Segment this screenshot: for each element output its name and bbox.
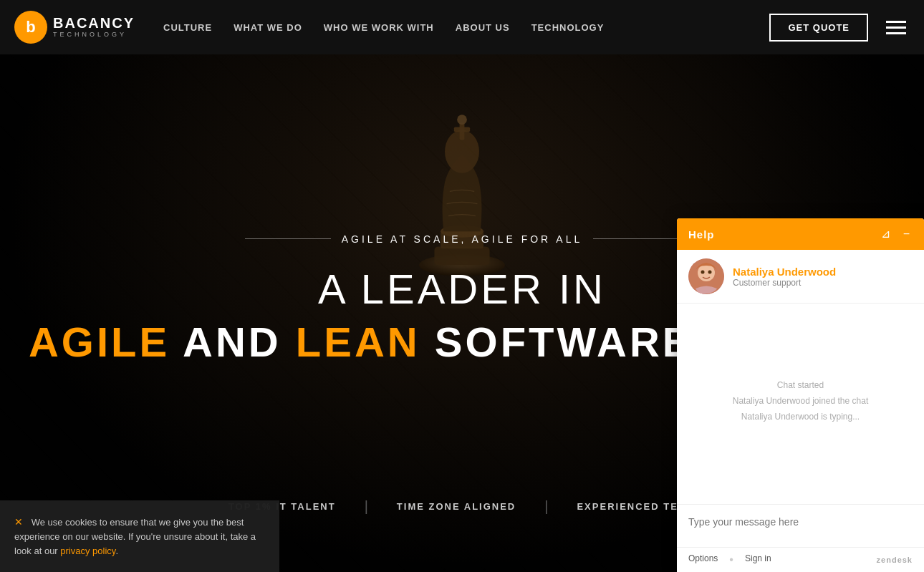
chat-options-link[interactable]: Options [688, 553, 718, 566]
agent-info: Nataliya Underwood Customer support [733, 266, 836, 288]
tagline-line-left [245, 238, 331, 239]
hamburger-line-2 [886, 26, 906, 29]
hero-word-agile: AGILE [29, 319, 170, 365]
feature-2: TIME ZONE ALIGNED [397, 501, 516, 512]
chat-sep: • [729, 553, 733, 566]
site-header: b BACANCY TECHNOLOGY CULTURE WHAT WE DO … [0, 0, 924, 54]
nav-item-technology[interactable]: TECHNOLOGY [531, 22, 605, 33]
chat-title: Help [688, 228, 715, 241]
chat-widget: Help ⊿ − Nataliya Underwood Customer sup… [677, 218, 924, 572]
chat-event-2: Nataliya Underwood joined the chat [733, 396, 868, 406]
hero-word-and: AND [170, 319, 296, 365]
agent-avatar-svg [688, 258, 724, 294]
chat-header: Help ⊿ − [677, 218, 924, 250]
chat-bottom-bar: Options • Sign in zendesk [677, 547, 924, 572]
chat-event-1: Chat started [777, 380, 824, 390]
nav-item-what-we-do[interactable]: WHAT WE DO [234, 22, 302, 33]
chat-agent-bar: Nataliya Underwood Customer support [677, 250, 924, 304]
brand-name: BACANCY [53, 16, 135, 30]
header-right: GET QUOTE [769, 14, 910, 42]
chat-expand-button[interactable]: ⊿ [878, 227, 893, 241]
hero-word-lean: LEAN [296, 319, 420, 365]
nav-item-culture[interactable]: CULTURE [163, 22, 212, 33]
cookie-close-button[interactable]: ✕ [14, 516, 23, 528]
logo-icon: b [14, 11, 47, 44]
chat-signin-link[interactable]: Sign in [745, 553, 771, 566]
chat-minimize-button[interactable]: − [900, 227, 913, 241]
brand-sub: TECHNOLOGY [53, 30, 135, 39]
nav-item-who-we-work-with[interactable]: WHO WE WORK WITH [324, 22, 434, 33]
hamburger-line-3 [886, 32, 906, 34]
cookie-banner: ✕ We use cookies to ensure that we give … [0, 500, 279, 572]
cookie-text-after: . [115, 546, 118, 556]
chat-message-input[interactable] [677, 505, 924, 544]
nav-item-about-us[interactable]: ABOUT US [456, 22, 510, 33]
chat-header-actions: ⊿ − [878, 227, 913, 241]
logo[interactable]: b BACANCY TECHNOLOGY [14, 11, 135, 44]
chat-options: Options • Sign in [688, 553, 771, 566]
cookie-privacy-link[interactable]: privacy policy [60, 546, 115, 556]
hamburger-line-1 [886, 21, 906, 23]
svg-point-10 [701, 271, 705, 274]
chat-body: Chat started Nataliya Underwood joined t… [677, 304, 924, 504]
cookie-text-before: We use cookies to ensure that we give yo… [14, 517, 256, 556]
agent-name: Nataliya Underwood [733, 266, 836, 278]
hamburger-menu[interactable] [882, 17, 910, 38]
chat-event-3: Nataliya Underwood is typing... [741, 412, 860, 422]
chat-footer: Options • Sign in zendesk [677, 504, 924, 572]
zendesk-logo: zendesk [877, 556, 913, 564]
agent-role: Customer support [733, 278, 836, 288]
feature-sep-2: | [544, 498, 548, 515]
tagline-line-right [593, 238, 679, 239]
svg-rect-6 [454, 127, 470, 132]
feature-sep-1: | [365, 498, 368, 515]
agent-avatar [688, 258, 724, 294]
get-quote-button[interactable]: GET QUOTE [769, 14, 868, 42]
svg-point-11 [708, 271, 712, 274]
hero-tagline: AGILE AT SCALE, AGILE FOR ALL [342, 233, 582, 245]
logo-text: BACANCY TECHNOLOGY [53, 16, 135, 39]
svg-point-7 [457, 115, 467, 125]
main-nav: CULTURE WHAT WE DO WHO WE WORK WITH ABOU… [163, 22, 769, 33]
